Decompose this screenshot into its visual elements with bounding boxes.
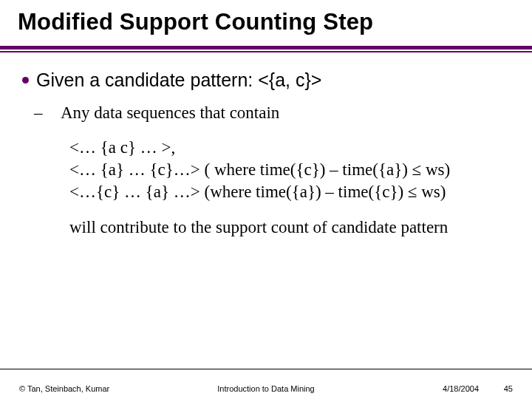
bullet-dot-icon [22, 77, 29, 83]
rule-thin [0, 51, 532, 52]
seq-line-2: <… {a} … {c}…> ( where time({c}) – time(… [69, 159, 502, 181]
seq-line-3: <…{c} … {a} …> (where time({a}) – time({… [69, 181, 502, 203]
footer-rule [0, 369, 532, 369]
slide: Modified Support Counting Step Given a c… [0, 0, 532, 399]
title-rule [0, 46, 532, 52]
slide-body: Given a candidate pattern: <{a, c}> –Any… [22, 68, 502, 239]
footer-date: 4/18/2004 [443, 384, 479, 393]
rule-thick [0, 46, 532, 50]
seq-line-1: <… {a c} … >, [69, 137, 502, 159]
sub1-text: Any data sequences that contain [61, 103, 279, 122]
sequence-block: <… {a c} … >, <… {a} … {c}…> ( where tim… [69, 137, 502, 203]
dash-icon: – [47, 103, 56, 124]
bullet-level1: Given a candidate pattern: <{a, c}> [22, 68, 502, 92]
footer-page: 45 [504, 384, 513, 393]
bullet1-text: Given a candidate pattern: <{a, c}> [36, 69, 321, 90]
bullet-level2: –Any data sequences that contain [47, 103, 502, 124]
closing-text: will contribute to the support count of … [69, 216, 502, 239]
page-title: Modified Support Counting Step [18, 9, 373, 35]
